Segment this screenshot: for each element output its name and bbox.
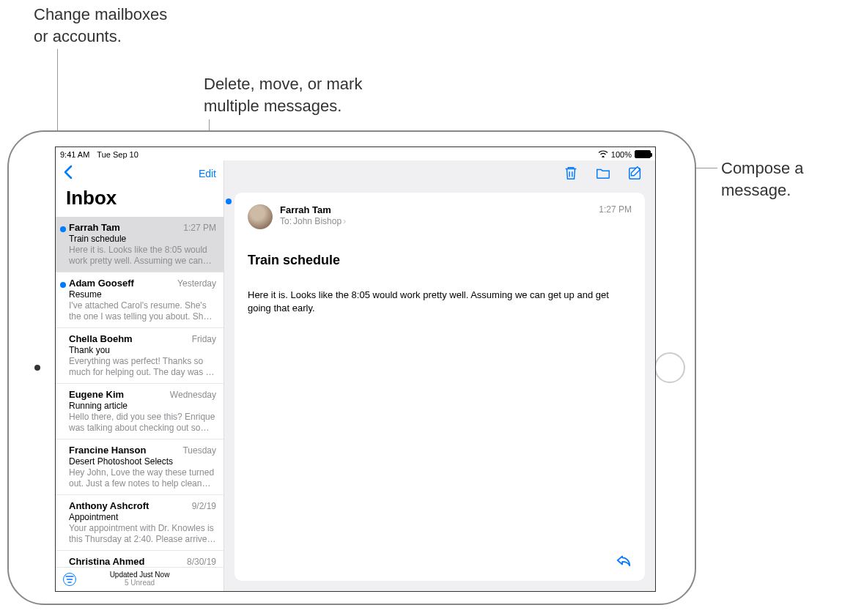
sidebar-footer: Updated Just Now 5 Unread [56,567,224,591]
msg-date: 1:27 PM [183,223,216,233]
msg-date: 8/30/19 [187,557,216,567]
detail-body: Here it is. Looks like the 8:05 would wo… [248,289,632,315]
status-bar: 9:41 AM Tue Sep 10 100% [56,147,655,160]
msg-sender: Farrah Tam [69,222,120,233]
msg-date: 9/2/19 [192,501,216,511]
folder-icon[interactable] [595,165,611,184]
chevron-right-icon: › [343,215,346,226]
detail-subject: Train schedule [248,253,632,268]
home-button[interactable] [654,352,685,383]
callout-mailboxes: Change mailboxesor accounts. [34,4,167,47]
detail-pane: Farrah Tam To: John Bishop › 1:27 PM Tra… [224,160,655,591]
message-detail: Farrah Tam To: John Bishop › 1:27 PM Tra… [234,193,645,581]
msg-sender: Francine Hanson [69,445,146,456]
message-item[interactable]: Christina Ahmed8/30/19Saturday HikeHello… [56,551,224,567]
msg-date: Tuesday [182,445,216,456]
back-button[interactable] [63,165,73,182]
filter-icon[interactable] [63,573,76,586]
msg-subject: Train schedule [69,234,216,244]
message-item[interactable]: Chella BoehmFridayThank youEverything wa… [56,328,224,384]
callout-edit: Delete, move, or markmultiple messages. [204,73,362,116]
unread-dot [60,282,66,288]
msg-preview: Hey John, Love the way these turned out.… [69,467,216,489]
to-name: John Bishop [293,216,341,226]
screen: 9:41 AM Tue Sep 10 100% Edit [55,146,656,592]
msg-preview: Everything was perfect! Thanks so much f… [69,356,216,378]
msg-sender: Anthony Ashcroft [69,500,149,511]
unread-count: 5 Unread [63,579,216,587]
msg-sender: Eugene Kim [69,389,124,400]
message-item[interactable]: Francine HansonTuesdayDesert Photoshoot … [56,439,224,495]
msg-date: Friday [192,334,216,344]
battery-icon [635,150,651,158]
camera-dot [34,365,40,371]
mailbox-title: Inbox [56,184,224,217]
msg-sender: Chella Boehm [69,333,133,344]
status-time: 9:41 AM [60,150,89,159]
detail-from[interactable]: Farrah Tam [280,204,632,215]
trash-icon[interactable] [563,165,579,184]
sidebar: Edit Inbox Farrah Tam1:27 PMTrain schedu… [56,160,224,591]
msg-sender: Adam Gooseff [69,278,134,289]
msg-subject: Thank you [69,345,216,355]
to-label: To: [280,216,292,226]
callout-compose: Compose amessage. [721,157,804,201]
msg-date: Wednesday [170,390,216,400]
message-item[interactable]: Anthony Ashcroft9/2/19AppointmentYour ap… [56,495,224,551]
msg-preview: Your appointment with Dr. Knowles is thi… [69,523,216,545]
battery-percent: 100% [611,150,632,159]
msg-preview: Hello there, did you see this? Enrique w… [69,412,216,434]
reply-icon[interactable] [616,553,632,571]
detail-time: 1:27 PM [599,204,632,215]
avatar[interactable] [248,204,273,229]
msg-preview: Here it is. Looks like the 8:05 would wo… [69,245,216,267]
detail-to[interactable]: To: John Bishop › [280,215,632,226]
compose-icon[interactable] [627,165,643,184]
unread-dot [60,226,66,232]
msg-subject: Desert Photoshoot Selects [69,456,216,467]
ipad-frame: 9:41 AM Tue Sep 10 100% Edit [7,130,696,605]
message-item[interactable]: Farrah Tam1:27 PMTrain scheduleHere it i… [56,217,224,272]
msg-subject: Running article [69,401,216,411]
detail-unread-dot [226,198,232,204]
message-item[interactable]: Eugene KimWednesdayRunning articleHello … [56,384,224,439]
message-list[interactable]: Farrah Tam1:27 PMTrain scheduleHere it i… [56,217,224,567]
msg-preview: I've attached Carol's resume. She's the … [69,300,216,322]
edit-button[interactable]: Edit [199,168,216,179]
status-date: Tue Sep 10 [97,150,138,159]
message-item[interactable]: Adam GooseffYesterdayResumeI've attached… [56,272,224,328]
wifi-icon [598,149,608,160]
msg-subject: Appointment [69,512,216,522]
msg-date: Yesterday [177,278,216,289]
msg-sender: Christina Ahmed [69,556,145,567]
msg-subject: Resume [69,289,216,300]
updated-label: Updated Just Now [63,571,216,579]
